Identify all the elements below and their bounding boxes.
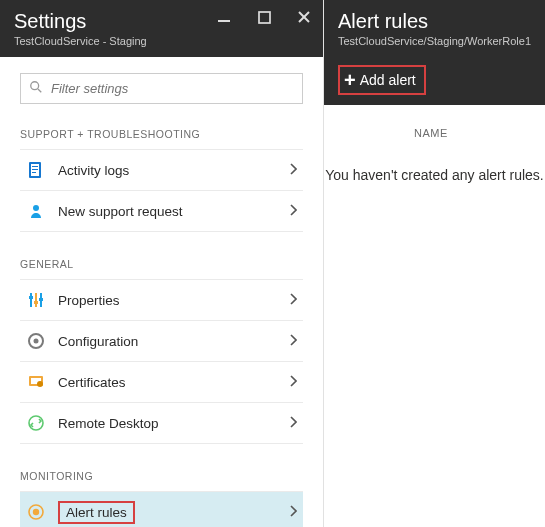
- svg-point-22: [37, 381, 43, 387]
- chevron-right-icon: [289, 416, 297, 431]
- nav-alert-rules[interactable]: Alert rules: [20, 491, 303, 527]
- nav-item-label: Alert rules: [58, 501, 289, 524]
- log-icon: [26, 160, 46, 180]
- chevron-right-icon: [289, 163, 297, 178]
- svg-rect-9: [32, 169, 38, 170]
- svg-rect-16: [34, 301, 38, 304]
- alert-rules-header: Alert rules TestCloudService/Staging/Wor…: [324, 0, 545, 57]
- certificate-icon: [26, 372, 46, 392]
- nav-configuration[interactable]: Configuration: [20, 320, 303, 362]
- close-button[interactable]: [293, 6, 315, 28]
- alert-rules-content: NAME You haven't created any alert rules…: [324, 105, 545, 183]
- svg-point-4: [31, 82, 39, 90]
- maximize-button[interactable]: [253, 6, 275, 28]
- chevron-right-icon: [289, 375, 297, 390]
- nav-certificates[interactable]: Certificates: [20, 361, 303, 403]
- settings-content: SUPPORT + TROUBLESHOOTING Activity logs …: [0, 57, 323, 527]
- properties-icon: [26, 290, 46, 310]
- plus-icon: +: [344, 70, 356, 90]
- settings-header: Settings TestCloudService - Staging: [0, 0, 323, 57]
- svg-rect-15: [29, 296, 33, 299]
- nav-remote-desktop[interactable]: Remote Desktop: [20, 402, 303, 444]
- svg-rect-1: [259, 12, 270, 23]
- alert-rules-panel: Alert rules TestCloudService/Staging/Wor…: [324, 0, 545, 527]
- chevron-right-icon: [289, 293, 297, 308]
- svg-point-19: [34, 339, 39, 344]
- alert-rules-subtitle: TestCloudService/Staging/WorkerRole1: [338, 35, 531, 47]
- svg-line-5: [38, 89, 41, 92]
- svg-rect-13: [35, 293, 37, 307]
- settings-panel: Settings TestCloudService - Staging: [0, 0, 324, 527]
- svg-rect-12: [30, 293, 32, 307]
- command-bar: + Add alert: [324, 57, 545, 105]
- search-icon: [29, 80, 43, 97]
- alert-rules-highlight: Alert rules: [58, 501, 135, 524]
- filter-settings-field[interactable]: [20, 73, 303, 104]
- chevron-right-icon: [289, 334, 297, 349]
- alert-rules-title: Alert rules: [338, 9, 531, 33]
- add-alert-label: Add alert: [360, 72, 416, 88]
- nav-item-label: New support request: [58, 204, 289, 219]
- svg-rect-17: [39, 298, 43, 301]
- section-monitoring-title: MONITORING: [20, 470, 303, 482]
- nav-item-label: Properties: [58, 293, 289, 308]
- alert-icon: [26, 502, 46, 522]
- nav-new-support-request[interactable]: New support request: [20, 190, 303, 232]
- svg-point-23: [29, 416, 43, 430]
- column-header-name: NAME: [324, 105, 545, 149]
- nav-activity-logs[interactable]: Activity logs: [20, 149, 303, 191]
- remote-desktop-icon: [26, 413, 46, 433]
- svg-rect-10: [32, 172, 36, 173]
- nav-properties[interactable]: Properties: [20, 279, 303, 321]
- nav-item-label: Configuration: [58, 334, 289, 349]
- add-alert-button[interactable]: + Add alert: [338, 65, 426, 95]
- svg-rect-8: [32, 166, 38, 167]
- nav-item-label: Activity logs: [58, 163, 289, 178]
- nav-item-label: Certificates: [58, 375, 289, 390]
- gear-icon: [26, 331, 46, 351]
- section-general-title: GENERAL: [20, 258, 303, 270]
- settings-subtitle: TestCloudService - Staging: [14, 35, 309, 47]
- minimize-button[interactable]: [213, 6, 235, 28]
- section-support-title: SUPPORT + TROUBLESHOOTING: [20, 128, 303, 140]
- chevron-right-icon: [289, 204, 297, 219]
- svg-point-11: [33, 205, 39, 211]
- nav-item-label: Remote Desktop: [58, 416, 289, 431]
- filter-settings-input[interactable]: [51, 81, 294, 96]
- chevron-right-icon: [289, 505, 297, 520]
- empty-state-text: You haven't created any alert rules.: [324, 167, 545, 183]
- support-icon: [26, 201, 46, 221]
- svg-point-25: [33, 509, 39, 515]
